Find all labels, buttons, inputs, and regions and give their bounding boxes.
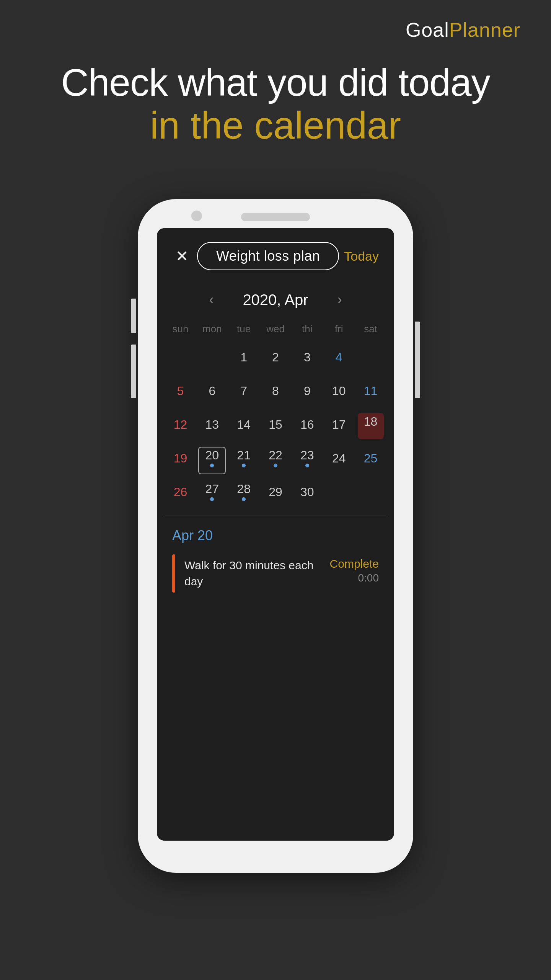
day-cell-17[interactable]: 17: [323, 410, 355, 441]
day-number: 28: [237, 483, 251, 495]
phone-volume-down-button: [131, 345, 136, 398]
day-number: 3: [304, 351, 311, 363]
weekday-label-wed: wed: [260, 320, 292, 338]
weekday-label-fri: fri: [323, 320, 355, 338]
day-cell-empty: [165, 343, 196, 373]
day-cell-8[interactable]: 8: [260, 376, 292, 407]
day-cell-15[interactable]: 15: [260, 410, 292, 441]
day-dot: [210, 497, 214, 501]
day-number: 14: [237, 418, 251, 431]
prev-month-button[interactable]: ‹: [203, 289, 220, 311]
date-detail-section: Apr 20 Walk for 30 minutes each day Comp…: [157, 516, 394, 593]
day-dot: [369, 430, 373, 434]
day-number: 5: [177, 385, 184, 397]
phone-camera: [191, 211, 202, 221]
day-cell-10[interactable]: 10: [323, 376, 355, 407]
day-cell-16[interactable]: 16: [291, 410, 323, 441]
task-status-time: 0:00: [330, 572, 379, 584]
day-cell-3[interactable]: 3: [291, 343, 323, 373]
day-cell-20[interactable]: 20: [196, 444, 228, 474]
day-number: 15: [269, 418, 282, 431]
day-number: 11: [364, 385, 378, 397]
day-number: 13: [205, 418, 219, 431]
task-content: Walk for 30 minutes each day Complete 0:…: [184, 554, 379, 593]
day-dot: [242, 464, 246, 467]
hero-section: Check what you did today in the calendar: [0, 61, 551, 147]
today-button[interactable]: Today: [344, 249, 379, 264]
day-cell-24[interactable]: 24: [323, 444, 355, 474]
day-cell-4[interactable]: 4: [323, 343, 355, 373]
day-number: 21: [237, 449, 251, 461]
day-number: 9: [304, 385, 311, 397]
month-label: 2020, Apr: [243, 291, 308, 309]
phone-volume-up-button: [131, 299, 136, 333]
day-number: 2: [272, 351, 279, 363]
day-cell-30[interactable]: 30: [291, 477, 323, 508]
task-name: Walk for 30 minutes each day: [184, 557, 322, 590]
day-cell-25[interactable]: 25: [355, 444, 386, 474]
day-cell-6[interactable]: 6: [196, 376, 228, 407]
close-button[interactable]: ✕: [172, 246, 192, 266]
day-cell-7[interactable]: 7: [228, 376, 260, 407]
day-cell-9[interactable]: 9: [291, 376, 323, 407]
day-number: 23: [300, 449, 314, 461]
selected-date-label: Apr 20: [172, 528, 379, 544]
weekday-label-sat: sat: [355, 320, 386, 338]
day-cell-13[interactable]: 13: [196, 410, 228, 441]
hero-line1: Check what you did today: [0, 61, 551, 103]
day-cell-14[interactable]: 14: [228, 410, 260, 441]
day-number: 29: [269, 486, 282, 498]
day-cell-21[interactable]: 21: [228, 444, 260, 474]
day-cell-27[interactable]: 27: [196, 477, 228, 508]
day-number: 30: [300, 486, 314, 498]
day-number: 16: [300, 418, 314, 431]
day-cell-23[interactable]: 23: [291, 444, 323, 474]
task-color-bar: [172, 554, 175, 593]
day-number: 10: [332, 385, 346, 397]
task-item[interactable]: Walk for 30 minutes each day Complete 0:…: [172, 554, 379, 593]
day-dot: [274, 464, 277, 467]
day-number: 1: [240, 351, 247, 363]
day-cell-12[interactable]: 12: [165, 410, 196, 441]
weekday-label-tue: tue: [228, 320, 260, 338]
day-cell-1[interactable]: 1: [228, 343, 260, 373]
day-number: 26: [174, 486, 187, 498]
day-cell-empty: [355, 477, 386, 508]
day-number: 12: [174, 418, 187, 431]
brand-logo: GoalPlanner: [406, 18, 520, 41]
day-number: 6: [209, 385, 215, 397]
phone-outer: ✕ Weight loss plan Today ‹ 2020, Apr › s…: [138, 199, 413, 873]
day-cell-empty: [323, 477, 355, 508]
weekday-label-sun: sun: [165, 320, 196, 338]
day-number: 4: [336, 351, 342, 363]
app-header: ✕ Weight loss plan Today: [157, 228, 394, 281]
plan-title[interactable]: Weight loss plan: [197, 242, 339, 270]
day-number: 7: [240, 385, 247, 397]
app-screen: ✕ Weight loss plan Today ‹ 2020, Apr › s…: [157, 228, 394, 841]
day-number: 20: [205, 449, 219, 461]
day-cell-28[interactable]: 28: [228, 477, 260, 508]
weekday-label-mon: mon: [196, 320, 228, 338]
day-number: 17: [332, 418, 346, 431]
month-navigation: ‹ 2020, Apr ›: [157, 281, 394, 320]
weekday-label-thi: thi: [291, 320, 323, 338]
day-number: 24: [332, 452, 346, 464]
day-cell-26[interactable]: 26: [165, 477, 196, 508]
day-number: 22: [269, 449, 282, 461]
day-cell-18[interactable]: 18: [355, 410, 386, 441]
day-cell-22[interactable]: 22: [260, 444, 292, 474]
day-cell-2[interactable]: 2: [260, 343, 292, 373]
weekday-header-row: sunmontuewedthifrisat: [165, 320, 386, 338]
day-cell-29[interactable]: 29: [260, 477, 292, 508]
brand-goal: Goal: [406, 19, 449, 41]
task-status-label: Complete: [330, 557, 379, 570]
day-dot: [305, 464, 309, 467]
next-month-button[interactable]: ›: [331, 289, 348, 311]
day-cell-11[interactable]: 11: [355, 376, 386, 407]
day-cell-19[interactable]: 19: [165, 444, 196, 474]
day-cell-5[interactable]: 5: [165, 376, 196, 407]
hero-line2: in the calendar: [0, 103, 551, 147]
day-dot: [210, 464, 214, 467]
phone-speaker: [241, 213, 310, 221]
day-number: 8: [272, 385, 279, 397]
